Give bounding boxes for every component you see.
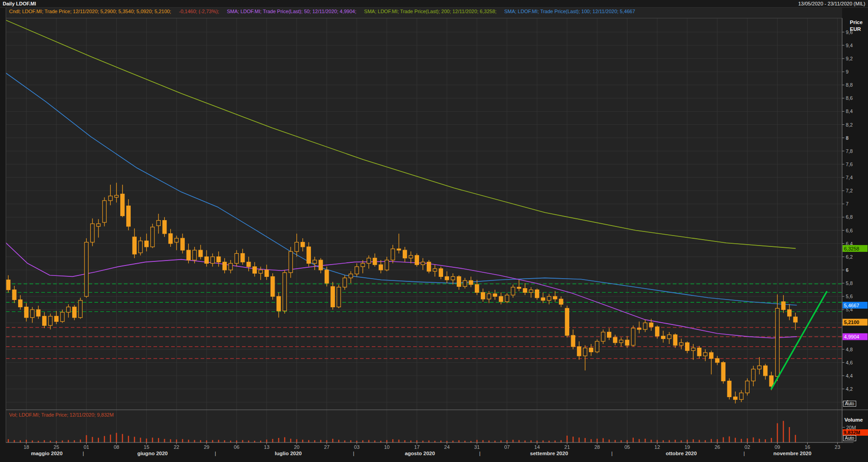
volume-bar — [302, 440, 303, 442]
volume-bar — [591, 439, 592, 442]
price-tick-label: 6,2 — [846, 254, 853, 260]
price-tick-label: 4,6 — [846, 360, 853, 365]
volume-bar — [74, 440, 75, 442]
candle — [613, 337, 617, 343]
date-tick-label: 10 — [384, 444, 390, 450]
volume-bar — [164, 439, 165, 442]
month-label: luglio 2020 — [275, 451, 301, 456]
volume-bar — [789, 427, 790, 442]
volume-bar — [524, 441, 525, 442]
candle — [84, 242, 88, 296]
chart-canvas[interactable]: 9,69,49,298,88,68,48,287,87,67,47,276,86… — [0, 0, 868, 462]
volume-bar — [56, 441, 57, 442]
price-box-label: 4,9904 — [844, 334, 859, 339]
volume-bar — [200, 440, 201, 442]
price-tick-label: 7,2 — [846, 188, 853, 193]
candle — [307, 247, 311, 263]
candle — [751, 369, 755, 381]
candle — [138, 241, 142, 253]
volume-bar — [626, 440, 627, 442]
volume-bar — [651, 440, 651, 442]
volume-bar — [122, 434, 123, 442]
date-tick-label: 17 — [414, 444, 419, 450]
volume-bar — [416, 440, 417, 442]
candle — [373, 258, 376, 265]
candle — [163, 221, 166, 234]
volume-bar — [326, 440, 327, 442]
candle — [295, 242, 298, 251]
date-tick-label: 23 — [835, 444, 840, 450]
candle — [60, 312, 64, 321]
candle — [73, 307, 76, 317]
volume-legend[interactable]: Vol; LDOF.MI; Trade Price; 12/11/2020; 9… — [9, 412, 113, 418]
month-separator: | — [744, 451, 745, 456]
volume-bar — [429, 440, 429, 442]
legend-sma50[interactable]: SMA; LDOF.MI; Trade Price(Last); 50; 12/… — [227, 9, 356, 14]
price-auto-button[interactable]: Auto — [843, 401, 856, 407]
volume-bar — [182, 439, 183, 442]
volume-bar — [669, 440, 670, 442]
candle — [43, 316, 46, 325]
volume-bar — [254, 441, 255, 442]
volume-bar — [32, 441, 33, 442]
candle — [517, 287, 521, 289]
candle — [397, 249, 400, 250]
date-tick-label: 19 — [685, 444, 690, 450]
volume-bar — [296, 439, 297, 442]
candle — [205, 257, 208, 264]
candle — [343, 278, 346, 287]
volume-bar — [578, 437, 579, 442]
candle — [439, 269, 443, 276]
volume-bar — [663, 440, 664, 442]
candle — [301, 242, 305, 247]
month-label: novembre 2020 — [774, 451, 812, 456]
volume-bar — [464, 441, 465, 442]
volume-bar — [170, 439, 171, 442]
date-tick-label: 29 — [204, 444, 209, 450]
date-tick-label: 06 — [234, 444, 239, 450]
price-tick-label: 4,2 — [846, 386, 853, 392]
volume-bar — [134, 437, 135, 442]
candle — [493, 294, 497, 296]
candle — [565, 308, 569, 335]
volume-bar — [483, 440, 483, 442]
candle — [529, 290, 533, 293]
volume-bar — [434, 441, 435, 442]
candle — [12, 290, 16, 300]
candle — [475, 285, 478, 292]
volume-axis-header: Volume — [844, 417, 863, 423]
candle — [715, 359, 719, 363]
volume-bar — [459, 440, 459, 442]
candle — [6, 280, 10, 290]
volume-bar — [176, 439, 177, 442]
candle — [583, 348, 587, 356]
volume-bar — [8, 439, 9, 442]
candle — [673, 335, 677, 345]
volume-bar — [561, 440, 562, 442]
volume-bar — [338, 440, 339, 442]
candle — [595, 341, 599, 352]
candle — [463, 280, 467, 286]
volume-bar — [705, 440, 705, 442]
month-label: ottobre 2020 — [666, 451, 696, 456]
legend-sma100[interactable]: SMA; LDOF.MI; Trade Price(Last); 100; 12… — [504, 9, 635, 14]
legend-candle[interactable]: Cndl; LDOF.MI; Trade Price; 12/11/2020; … — [9, 9, 171, 14]
volume-bar — [741, 439, 742, 442]
candle — [253, 267, 256, 274]
candle — [121, 194, 124, 216]
volume-bar — [422, 441, 423, 442]
volume-bar — [206, 440, 207, 442]
candle — [511, 287, 515, 295]
candle — [192, 250, 196, 260]
price-tick-label: 6,8 — [846, 214, 853, 220]
volume-bar — [224, 440, 225, 442]
legend-sma200[interactable]: SMA; LDOF.MI; Trade Price(Last); 200; 12… — [364, 9, 496, 14]
price-tick-label: 7,8 — [846, 148, 853, 154]
volume-auto-button[interactable]: Auto — [843, 435, 856, 441]
candle — [775, 308, 779, 376]
volume-bar — [218, 440, 219, 442]
volume-bar — [350, 440, 351, 442]
price-box-label: 6,3258 — [844, 246, 859, 251]
volume-bar — [68, 440, 69, 442]
volume-bar — [488, 441, 489, 442]
